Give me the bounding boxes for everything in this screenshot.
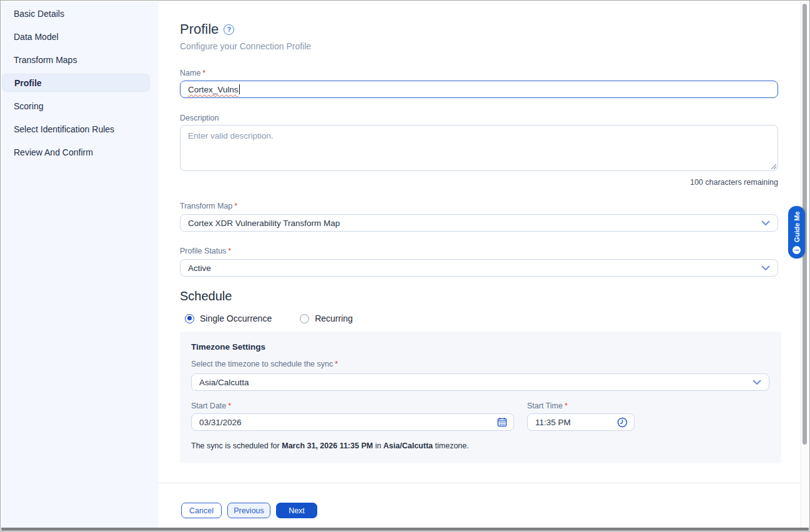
timezone-select-label: Select the timezone to schedule the sync… <box>191 360 770 368</box>
guide-me-label: Guide Me <box>793 211 801 242</box>
start-date-field: Start Date* 03/31/2026 <box>191 401 514 431</box>
profile-status-select[interactable]: Active <box>180 259 778 277</box>
required-asterisk: * <box>335 360 338 368</box>
summary-datetime: March 31, 2026 11:35 PM <box>282 441 373 450</box>
window-bottom-edge <box>1 528 809 531</box>
previous-button[interactable]: Previous <box>227 503 270 518</box>
name-value: Cortex_Vulns <box>188 85 239 94</box>
transform-map-label: Transform Map* <box>180 202 237 210</box>
start-time-label: Start Time* <box>527 401 635 410</box>
page-subtitle: Configure your Connection Profile <box>180 41 311 51</box>
timezone-settings-panel: Timezone Settings Select the timezone to… <box>180 332 781 463</box>
required-asterisk: * <box>228 247 231 255</box>
timezone-value: Asia/Calcutta <box>199 378 249 387</box>
required-asterisk: * <box>565 401 568 410</box>
description-field-wrap <box>180 125 778 171</box>
info-icon: i <box>793 246 801 254</box>
sidebar-item-data-model[interactable]: Data Model <box>1 25 159 48</box>
name-label: Name* <box>180 69 205 77</box>
schedule-type-radio-group: Single Occurrence Recurring <box>185 313 353 323</box>
sidebar-item-scoring[interactable]: Scoring <box>1 94 159 117</box>
clock-icon[interactable] <box>617 417 628 428</box>
page-title: Profile <box>180 21 219 37</box>
radio-selected-icon[interactable] <box>185 314 194 323</box>
chevron-down-icon <box>761 265 770 271</box>
sync-schedule-summary: The sync is scheduled for March 31, 2026… <box>191 441 770 450</box>
start-date-value: 03/31/2026 <box>199 418 242 427</box>
sidebar-item-select-identification-rules[interactable]: Select Identification Rules <box>1 117 159 140</box>
transform-map-select[interactable]: Cortex XDR Vulnerability Transform Map <box>180 214 778 232</box>
timezone-settings-title: Timezone Settings <box>191 342 770 352</box>
profile-status-value: Active <box>188 264 211 273</box>
start-time-field: Start Time* 11:35 PM <box>527 401 635 431</box>
text-cursor <box>239 84 240 94</box>
question-circle-icon[interactable]: ? <box>224 24 234 35</box>
single-occurrence-radio[interactable]: Single Occurrence <box>185 313 272 323</box>
profile-status-label: Profile Status* <box>180 247 231 255</box>
chevron-down-icon <box>761 220 770 226</box>
vertical-scrollbar-track[interactable] <box>801 1 810 528</box>
description-label: Description <box>180 114 219 122</box>
recurring-label: Recurring <box>315 313 353 323</box>
radio-unselected-icon[interactable] <box>300 314 309 323</box>
page-header: Profile ? <box>180 21 234 37</box>
cancel-button[interactable]: Cancel <box>181 503 222 518</box>
footer-divider <box>159 483 801 483</box>
start-date-time-row: Start Date* 03/31/2026 <box>191 401 770 431</box>
transform-map-value: Cortex XDR Vulnerability Transform Map <box>188 219 340 228</box>
name-input[interactable]: Cortex_Vulns <box>180 81 778 98</box>
required-asterisk: * <box>234 202 237 210</box>
sidebar-item-profile[interactable]: Profile <box>2 74 150 92</box>
sidebar-item-basic-details[interactable]: Basic Details <box>1 2 159 25</box>
start-time-input[interactable]: 11:35 PM <box>527 413 635 431</box>
guide-me-tab[interactable]: i Guide Me <box>788 206 805 259</box>
chevron-down-icon <box>753 380 761 385</box>
sidebar-item-review-and-confirm[interactable]: Review And Confirm <box>1 140 159 164</box>
description-textarea[interactable] <box>180 125 778 171</box>
recurring-radio[interactable]: Recurring <box>300 313 353 323</box>
calendar-icon[interactable] <box>497 417 507 427</box>
schedule-section-title: Schedule <box>180 289 232 303</box>
start-date-label: Start Date* <box>191 401 514 410</box>
start-date-input[interactable]: 03/31/2026 <box>191 413 514 431</box>
single-occurrence-label: Single Occurrence <box>200 313 272 323</box>
sidebar-item-transform-maps[interactable]: Transform Maps <box>1 48 159 71</box>
wizard-sidebar: Basic Details Data Model Transform Maps … <box>1 1 159 528</box>
required-asterisk: * <box>228 401 231 410</box>
next-button[interactable]: Next <box>276 503 317 518</box>
required-asterisk: * <box>202 69 205 77</box>
summary-timezone: Asia/Calcutta <box>383 441 433 450</box>
resize-grip-icon[interactable] <box>770 163 776 169</box>
start-time-value: 11:35 PM <box>535 418 571 427</box>
connection-profile-wizard: Basic Details Data Model Transform Maps … <box>0 0 810 532</box>
characters-remaining: 100 characters remaining <box>180 178 778 187</box>
timezone-select[interactable]: Asia/Calcutta <box>191 373 769 391</box>
